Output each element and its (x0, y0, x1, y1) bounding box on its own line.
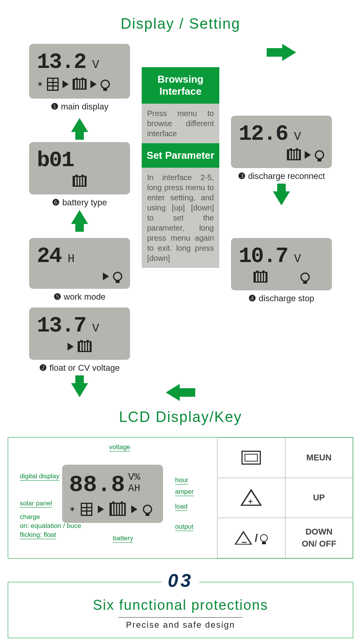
set-parameter-text: In interface 2-5, long press menu to ent… (142, 168, 219, 268)
footer-number: 03 (161, 570, 199, 591)
lcd-battery-type: b01 (29, 142, 130, 194)
lcd-big-value: 88.8 (69, 472, 125, 498)
footer-subtitle: Precise and safe design (118, 617, 243, 630)
caption-work: ❺ work mode (54, 292, 106, 302)
menu-rect-icon (241, 451, 261, 465)
caption-reconn: ❸ discharge reconnect (238, 171, 325, 181)
lcd-value: 24 (37, 244, 61, 269)
screen-float-col: 13.7V ❷ float or CV voltage (29, 307, 130, 399)
solar-panel-icon (47, 78, 59, 91)
battery-icon (287, 149, 301, 160)
display-flow-diagram: 13.2V ☀ ❶ main display 13.7V ❷ float or … (0, 44, 361, 399)
callout-solar-panel: solar panel (20, 500, 52, 508)
screen-main-col: 13.2V ☀ ❶ main display (29, 44, 130, 112)
down-label-cell[interactable]: DOWN ON/ OFF (285, 518, 353, 558)
screen-reconn-col: 12.6V ❸ discharge reconnect (231, 116, 332, 208)
battery-icon (73, 176, 87, 187)
footer-title: Six functional protections (16, 597, 345, 613)
callout-flicking: flicking: float (20, 531, 56, 539)
sun-icon: ☀ (69, 505, 75, 514)
bulb-icon (300, 273, 310, 282)
bulb-icon (113, 272, 122, 281)
screen-batt-col: b01 ❻ battery type (29, 116, 130, 234)
arrow-icon (68, 343, 74, 351)
down-icon-cell: − / (217, 518, 285, 558)
callout-on-equal: on: equalation / buce (20, 522, 81, 530)
arrow-icon (62, 80, 69, 88)
callout-hour: hour (175, 476, 188, 484)
key-table: MEUN + UP − / DOWN ON/ OFF (217, 437, 353, 558)
triangle-minus-icon: − (234, 531, 252, 545)
callout-amper: amper (175, 488, 194, 496)
arrow-icon (90, 80, 97, 88)
slash-icon: / (255, 532, 258, 544)
battery-icon (73, 79, 87, 90)
caption-stop: ❹ discharge stop (248, 293, 314, 304)
callout-output: output (175, 523, 193, 531)
lcd-value: 10.7 (239, 244, 288, 269)
triangle-plus-icon: + (240, 489, 262, 507)
lcd-unit: V (294, 130, 300, 143)
lcd-float-voltage: 13.7V (29, 307, 130, 360)
callout-battery: battery (113, 535, 133, 543)
lcd-unit: V (92, 322, 98, 335)
lcd-discharge-reconnect: 12.6V (231, 116, 332, 168)
arrow-right-top (231, 44, 332, 61)
lcd-units-2: AH (128, 483, 140, 494)
screen-stop-col: 10.7V ❹ discharge stop (231, 238, 332, 304)
menu-label-cell[interactable]: MEUN (285, 437, 353, 478)
arrow-down-icon (273, 184, 290, 205)
arrow-icon (98, 505, 104, 513)
callout-load: load (175, 503, 187, 511)
instruction-column: Browsing Interface Press menu to browse … (142, 44, 219, 304)
arrow-icon (103, 273, 109, 280)
lcd-full-display: 88.8 V% AH ☀ (62, 465, 163, 523)
lcd-unit: V (92, 58, 98, 71)
lcd-work-mode: 24H (29, 238, 130, 289)
caption-float: ❷ float or CV voltage (39, 363, 120, 373)
battery-icon (78, 341, 92, 352)
browsing-text: Press menu to browse different interface (142, 104, 219, 143)
arrow-up-icon (71, 118, 88, 140)
lcd-value: 13.7 (37, 313, 86, 338)
screen-work-col: 24H ❺ work mode (29, 238, 130, 302)
battery-icon (109, 503, 126, 516)
callout-voltage: voltage (109, 443, 130, 451)
section-title-lcd-key: LCD Display/Key (0, 409, 361, 425)
lcd-value: 13.2 (37, 50, 86, 75)
arrow-icon (131, 505, 137, 513)
arrow-icon (305, 151, 311, 159)
section-title-display-setting: Display / Setting (0, 16, 361, 32)
lcd-value: 12.6 (239, 122, 288, 146)
up-icon-cell: + (217, 478, 285, 518)
solar-panel-icon (81, 503, 92, 516)
lcd-main-display: 13.2V ☀ (29, 44, 130, 99)
callout-charge: charge (20, 513, 40, 521)
footer-section: 03 Six functional protections Precise an… (8, 582, 353, 638)
sun-icon: ☀ (37, 80, 43, 89)
arrow-down-icon (71, 375, 88, 397)
lcd-units-1: V% (128, 472, 140, 483)
up-label-cell[interactable]: UP (285, 478, 353, 518)
caption-batt: ❻ battery type (52, 198, 107, 208)
callout-digital-display: digital display (20, 472, 59, 481)
browsing-interface-box: Browsing Interface (142, 67, 219, 104)
bulb-icon (260, 534, 268, 542)
lcd-unit: V (294, 252, 300, 266)
bulb-icon (143, 505, 152, 514)
lcd-unit: H (68, 252, 74, 266)
menu-icon-cell (217, 437, 285, 478)
lcd-key-section: voltage digital display hour amper solar… (8, 437, 353, 559)
set-parameter-box: Set Parameter (142, 143, 219, 168)
lcd-value: b01 (37, 148, 74, 173)
bulb-icon (315, 150, 324, 160)
arrow-up-icon (71, 210, 88, 232)
lcd-discharge-stop: 10.7V (231, 238, 332, 290)
caption-main: ❶ main display (51, 102, 108, 112)
lcd-annotation-panel: voltage digital display hour amper solar… (8, 437, 217, 558)
bulb-icon (101, 80, 110, 89)
battery-icon (253, 272, 267, 283)
